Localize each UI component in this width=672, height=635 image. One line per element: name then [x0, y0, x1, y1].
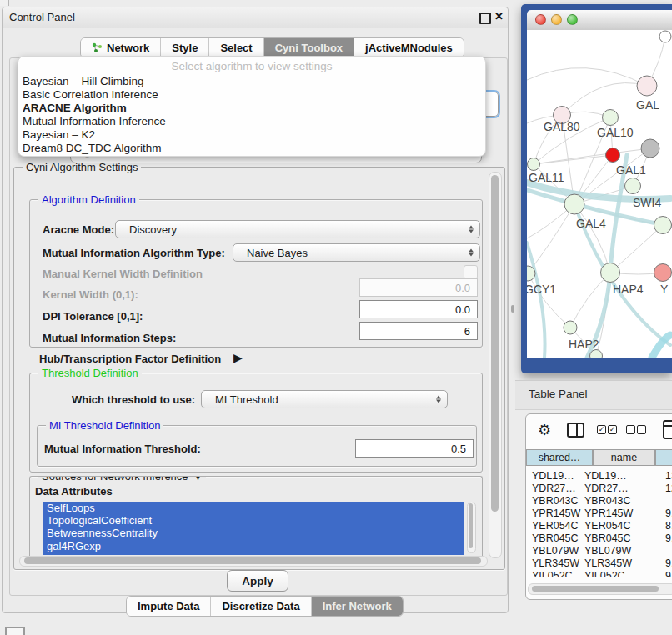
network-icon — [92, 42, 103, 53]
network-node-y[interactable] — [654, 264, 672, 282]
tab-jactivemnodules[interactable]: jActiveMNodules — [354, 38, 464, 58]
table-row[interactable]: YDR27…YDR27…12 — [526, 482, 672, 495]
table-cell: 12 — [665, 482, 672, 494]
table-horizontal-scrollbar[interactable] — [528, 583, 672, 595]
minimized-panel-icon[interactable] — [5, 627, 25, 635]
close-icon[interactable]: ✕ — [494, 10, 504, 22]
column-header-shared[interactable]: shared… — [526, 449, 593, 466]
table-row[interactable]: YBR043CYBR043C — [526, 495, 672, 508]
table-row[interactable]: YPR145WYPR145W9. — [526, 508, 672, 520]
table-row[interactable]: YBR045CYBR045C9. — [526, 532, 672, 545]
settings-horizontal-scrollbar[interactable] — [19, 556, 488, 567]
apply-button[interactable]: Apply — [227, 570, 288, 592]
spinner-icon — [469, 226, 474, 233]
which-threshold-combo[interactable]: MI Threshold — [201, 390, 448, 408]
attribute-item-selfloops[interactable]: SelfLoops — [43, 502, 464, 514]
table-row[interactable]: YBL079WYBL079W — [526, 545, 672, 558]
network-node-gal4[interactable] — [564, 194, 584, 214]
data-attributes-list[interactable]: SelfLoopsTopologicalCoefficientBetweenne… — [43, 502, 464, 555]
aracne-mode-label: Aracne Mode: — [43, 223, 114, 236]
network-edge-thick[interactable] — [587, 155, 627, 358]
attribute-item-gal4rgexp[interactable]: gal4RGexp — [43, 540, 464, 552]
cyni-algorithm-settings-group: Cyni Algorithm Settings Algorithm Defini… — [13, 167, 505, 570]
tab-style[interactable]: Style — [160, 38, 208, 58]
network-node-gal1[interactable] — [625, 178, 641, 194]
network-edge-thick[interactable] — [652, 335, 670, 358]
table-cell: 13 — [665, 470, 672, 482]
expand-icon[interactable]: ▶ — [233, 351, 243, 364]
deselect-all-checkboxes-icon[interactable] — [626, 425, 648, 440]
algorithm-option-bayesian-hill-climbing[interactable]: Bayesian – Hill Climbing — [23, 75, 144, 88]
network-node-gal10[interactable] — [603, 110, 619, 126]
dpi-tolerance-field[interactable]: 0.0 — [359, 300, 478, 318]
network-node[interactable] — [659, 31, 671, 42]
network-node[interactable] — [606, 148, 620, 162]
which-threshold-value: MI Threshold — [215, 393, 278, 406]
network-canvas[interactable]: GALGAL80GAL10GAL11GAL1SWI4GAL4GCY1HAP4YH… — [527, 30, 672, 358]
network-node-gal11[interactable] — [528, 158, 540, 171]
algorithm-option-mutual-information-inference[interactable]: Mutual Information Inference — [23, 115, 166, 128]
mi-steps-field[interactable]: 6 — [359, 322, 478, 340]
tab-select[interactable]: Select — [208, 38, 263, 58]
window-minimize-button[interactable] — [551, 14, 562, 25]
tab-label: Style — [172, 42, 198, 54]
network-window-titlebar — [527, 10, 672, 31]
algorithm-option-dream8-dc-tdc-algorithm[interactable]: Dream8 DC_TDC Algorithm — [23, 142, 162, 154]
network-node-gal[interactable] — [637, 76, 657, 96]
kernel-width-field[interactable]: 0.0 — [359, 278, 478, 297]
attribute-item-topologicalcoefficient[interactable]: TopologicalCoefficient — [43, 514, 464, 527]
table-cell: YDL19… — [584, 470, 627, 482]
float-panel-icon[interactable] — [479, 12, 491, 24]
network-node[interactable] — [641, 139, 659, 158]
which-threshold-label: Which threshold to use: — [72, 393, 195, 406]
table-cell: 9 — [665, 570, 671, 577]
algorithm-option-aracne-algorithm[interactable]: ARACNE Algorithm — [23, 102, 127, 114]
attribute-item-betweennesscentrality[interactable]: BetweennessCentrality — [43, 527, 464, 539]
hub-definition-label[interactable]: Hub/Transcription Factor Definition — [39, 352, 221, 365]
select-all-checkboxes-icon[interactable]: ✓✓ — [597, 425, 619, 440]
mi-threshold-label: Mutual Information Threshold: — [44, 442, 201, 455]
attribute-list-scrollbar[interactable] — [467, 502, 476, 553]
table-row[interactable]: YLR345WYLR345W9. — [526, 558, 672, 570]
network-edge-thick[interactable] — [527, 242, 545, 358]
tab-network[interactable]: Network — [81, 38, 160, 58]
bottom-tab-impute-data[interactable]: Impute Data — [127, 597, 210, 616]
mi-algorithm-type-combo[interactable]: Naive Bayes — [233, 243, 480, 262]
settings-vertical-scrollbar[interactable] — [489, 172, 502, 558]
columns-icon[interactable] — [567, 422, 584, 438]
table-row[interactable]: YDL19…YDL19…13 — [526, 470, 672, 482]
aracne-mode-combo[interactable]: Discovery — [115, 220, 480, 238]
network-edge[interactable] — [610, 225, 663, 272]
application-window: Control Panel ✕ NetworkStyleSelectCyni T… — [0, 0, 672, 635]
bottom-tab-infer-network[interactable]: Infer Network — [311, 597, 403, 616]
node-label: GAL80 — [544, 120, 580, 133]
table-row[interactable]: YIL052CYIL052C9 — [526, 570, 672, 577]
column-header-a[interactable]: A — [655, 449, 672, 466]
algorithm-option-bayesian-k2[interactable]: Bayesian – K2 — [23, 128, 95, 141]
tab-cyni-toolbox[interactable]: Cyni Toolbox — [263, 38, 354, 58]
network-edge[interactable] — [528, 204, 574, 273]
bottom-tab-discretize-data[interactable]: Discretize Data — [210, 597, 310, 616]
collapse-icon[interactable]: ▼ — [193, 476, 203, 482]
table-icon[interactable] — [663, 420, 672, 439]
window-close-button[interactable] — [535, 14, 546, 25]
table-cell: 9. — [665, 558, 672, 569]
network-node-hap2[interactable] — [564, 321, 577, 334]
table-cell: YDL19… — [532, 470, 574, 482]
tab-label: Impute Data — [138, 600, 199, 612]
network-edge[interactable] — [528, 273, 570, 328]
network-node-swi4[interactable] — [654, 217, 672, 234]
panel-notch — [0, 0, 9, 6]
network-node-hap4[interactable] — [601, 263, 620, 282]
network-edge[interactable] — [562, 83, 647, 115]
window-zoom-button[interactable] — [567, 14, 578, 25]
manual-kernel-checkbox[interactable] — [464, 265, 478, 279]
table-row[interactable]: YER054CYER054C8. — [526, 520, 672, 532]
table-cell: YBL079W — [532, 545, 579, 557]
splitter-handle[interactable] — [511, 305, 514, 312]
column-header-name[interactable]: name — [593, 449, 655, 466]
mi-threshold-field[interactable]: 0.5 — [355, 439, 474, 458]
algorithm-option-basic-correlation-inference[interactable]: Basic Correlation Inference — [23, 88, 158, 101]
gear-icon[interactable]: ⚙ — [538, 421, 551, 439]
node-label: GCY1 — [527, 282, 556, 296]
